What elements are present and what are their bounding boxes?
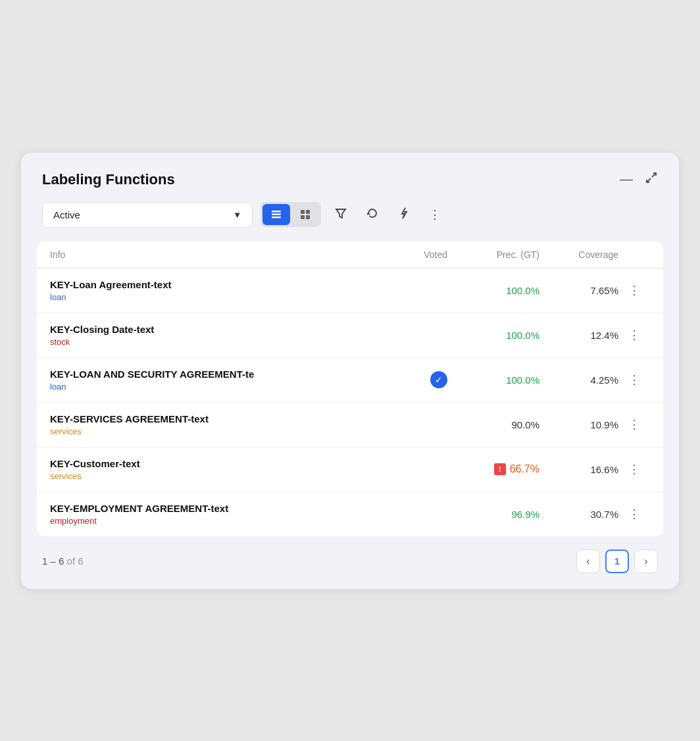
row-name: KEY-SERVICES AGREEMENT-text bbox=[50, 413, 368, 424]
row-info: KEY-Loan Agreement-text loan bbox=[50, 279, 368, 302]
expand-icon[interactable] bbox=[645, 171, 658, 188]
row-info: KEY-Closing Date-text stock bbox=[50, 324, 368, 347]
coverage-cell: 12.4% bbox=[539, 330, 618, 341]
table-header: Info Voted Prec. (GT) Coverage bbox=[37, 242, 663, 268]
page-controls: ‹ 1 › bbox=[576, 549, 658, 573]
chevron-down-icon: ▼ bbox=[233, 210, 241, 220]
row-tag: loan bbox=[50, 382, 368, 392]
header-actions: — bbox=[620, 171, 658, 188]
row-more-button[interactable]: ⋮ bbox=[618, 325, 650, 345]
svg-rect-5 bbox=[301, 210, 305, 214]
svg-marker-9 bbox=[336, 209, 345, 218]
voted-check-icon: ✓ bbox=[430, 371, 447, 388]
row-info: KEY-EMPLOYMENT AGREEMENT-text employment bbox=[50, 503, 368, 526]
current-page[interactable]: 1 bbox=[605, 549, 629, 573]
coverage-cell: 4.25% bbox=[539, 374, 618, 386]
next-page-button[interactable]: › bbox=[634, 549, 658, 573]
labeling-functions-card: Labeling Functions — Active ▼ bbox=[21, 153, 679, 589]
pagination: 1 – 6 of 6 ‹ 1 › bbox=[21, 536, 679, 573]
row-tag: loan bbox=[50, 292, 368, 302]
coverage-cell: 16.6% bbox=[539, 464, 618, 475]
svg-rect-6 bbox=[306, 210, 310, 214]
list-view-button[interactable] bbox=[262, 204, 290, 225]
table-row: KEY-LOAN AND SECURITY AGREEMENT-te loan … bbox=[37, 358, 663, 403]
table-row: KEY-SERVICES AGREEMENT-text services 90.… bbox=[37, 403, 663, 447]
row-name: KEY-Customer-text bbox=[50, 458, 368, 469]
row-info: KEY-Customer-text services bbox=[50, 458, 368, 481]
row-tag: stock bbox=[50, 337, 368, 347]
row-info: KEY-SERVICES AGREEMENT-text services bbox=[50, 413, 368, 436]
prec-value: 66.7% bbox=[510, 463, 539, 475]
svg-rect-8 bbox=[306, 215, 310, 219]
col-prec: Prec. (GT) bbox=[447, 249, 539, 260]
row-info: KEY-LOAN AND SECURITY AGREEMENT-te loan bbox=[50, 369, 368, 392]
col-voted: Voted bbox=[368, 249, 447, 260]
prec-cell: 100.0% bbox=[447, 285, 539, 296]
row-more-button[interactable]: ⋮ bbox=[618, 459, 650, 479]
lightning-icon[interactable] bbox=[392, 201, 416, 228]
coverage-cell: 10.9% bbox=[539, 419, 618, 430]
prec-cell: ! 66.7% bbox=[447, 463, 539, 475]
page-range: 1 – 6 of 6 bbox=[42, 555, 84, 567]
prec-cell: 100.0% bbox=[447, 330, 539, 341]
row-more-button[interactable]: ⋮ bbox=[618, 504, 650, 524]
dropdown-value: Active bbox=[53, 209, 80, 220]
svg-rect-2 bbox=[272, 211, 281, 213]
row-tag: services bbox=[50, 471, 368, 481]
row-more-button[interactable]: ⋮ bbox=[618, 280, 650, 300]
toolbar: Active ▼ bbox=[21, 201, 679, 242]
svg-rect-4 bbox=[272, 217, 281, 218]
table-row: KEY-Closing Date-text stock 100.0% 12.4%… bbox=[37, 313, 663, 358]
refresh-icon[interactable] bbox=[361, 201, 384, 228]
coverage-cell: 30.7% bbox=[539, 509, 618, 520]
row-tag: services bbox=[50, 426, 368, 436]
svg-rect-3 bbox=[272, 214, 281, 216]
row-name: KEY-Loan Agreement-text bbox=[50, 279, 368, 290]
row-name: KEY-Closing Date-text bbox=[50, 324, 368, 335]
table-row: KEY-Customer-text services ! 66.7% 16.6%… bbox=[37, 447, 663, 492]
svg-rect-7 bbox=[301, 215, 305, 219]
row-more-button[interactable]: ⋮ bbox=[618, 415, 650, 434]
prec-cell: 96.9% bbox=[447, 509, 539, 520]
row-more-button[interactable]: ⋮ bbox=[618, 370, 650, 390]
col-info: Info bbox=[50, 249, 368, 260]
table-row: KEY-EMPLOYMENT AGREEMENT-text employment… bbox=[37, 492, 663, 536]
card-header: Labeling Functions — bbox=[21, 153, 679, 201]
prec-cell: 100.0% bbox=[447, 374, 539, 386]
grid-view-button[interactable] bbox=[291, 204, 319, 225]
coverage-cell: 7.65% bbox=[539, 285, 618, 296]
filter-icon[interactable] bbox=[329, 201, 353, 228]
data-table: Info Voted Prec. (GT) Coverage KEY-Loan … bbox=[37, 242, 663, 536]
prev-page-button[interactable]: ‹ bbox=[576, 549, 600, 573]
more-options-icon[interactable]: ⋮ bbox=[424, 202, 446, 227]
warning-icon: ! bbox=[494, 463, 506, 475]
status-dropdown[interactable]: Active ▼ bbox=[42, 202, 253, 228]
voted-cell: ✓ bbox=[368, 371, 447, 388]
page-title: Labeling Functions bbox=[42, 171, 175, 188]
minimize-icon[interactable]: — bbox=[620, 172, 633, 187]
view-toggle bbox=[261, 202, 321, 227]
col-coverage: Coverage bbox=[539, 249, 618, 260]
prec-cell: 90.0% bbox=[447, 419, 539, 430]
table-row: KEY-Loan Agreement-text loan 100.0% 7.65… bbox=[37, 268, 663, 313]
row-name: KEY-LOAN AND SECURITY AGREEMENT-te bbox=[50, 369, 368, 380]
row-name: KEY-EMPLOYMENT AGREEMENT-text bbox=[50, 503, 368, 514]
row-tag: employment bbox=[50, 516, 368, 526]
